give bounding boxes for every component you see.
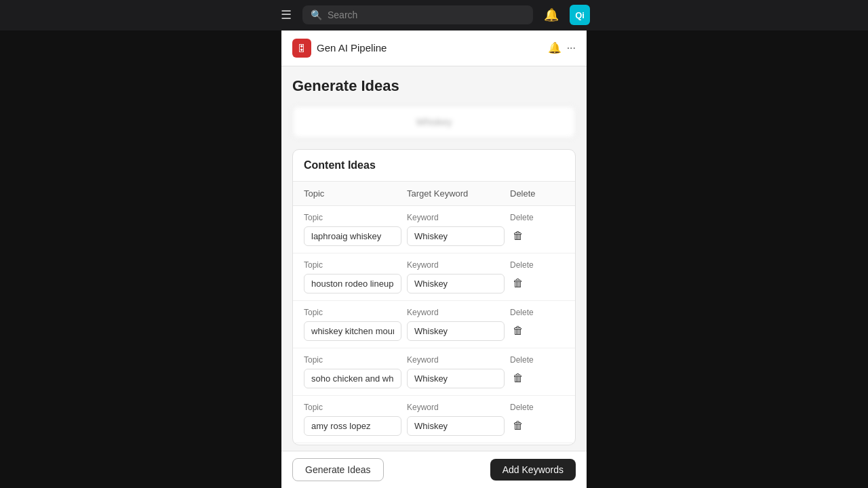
table-row: Topic Keyword Delete 🗑 (293, 396, 575, 443)
table-row: Topic Keyword Delete 🗑 (293, 348, 575, 396)
keyword-input-1[interactable] (407, 274, 505, 293)
table-row: Topic Keyword Delete 🗑 (293, 253, 575, 301)
keyword-input-0[interactable] (407, 226, 505, 246)
bottom-action-bar: Generate Ideas Add Keywords (281, 451, 587, 488)
keyword-label-1: Keyword (407, 260, 510, 270)
trash-icon-2: 🗑 (513, 325, 524, 337)
delete-button-1[interactable]: 🗑 (510, 274, 526, 292)
topic-label-3: Topic (304, 355, 407, 365)
app-wrapper: ☰ 🔍 🔔 Qi 🎛 Gen AI Pipeline 🔔 (0, 0, 868, 488)
panel-brand: 🎛 Gen AI Pipeline (292, 39, 387, 58)
topic-input-3[interactable] (304, 369, 401, 388)
main-panel: 🎛 Gen AI Pipeline 🔔 ··· Generate Ideas W… (281, 30, 587, 488)
add-keywords-button[interactable]: Add Keywords (490, 459, 576, 481)
content-ideas-card: Content Ideas Topic Target Keyword Delet… (292, 149, 576, 445)
delete-button-3[interactable]: 🗑 (510, 369, 526, 387)
search-bar-container: 🔍 (302, 5, 533, 24)
search-icon: 🔍 (311, 9, 322, 20)
table-header: Topic Target Keyword Delete (293, 182, 575, 206)
delete-area-2: 🗑 (510, 322, 564, 340)
blurred-input-area: Whiskey (292, 106, 576, 138)
notifications-button[interactable]: 🔔 (541, 5, 561, 25)
page-title: Generate Ideas (292, 77, 576, 95)
delete-area-1: 🗑 (510, 274, 564, 292)
keyword-input-2[interactable] (407, 321, 505, 341)
topic-label-0: Topic (304, 213, 407, 222)
keyword-label-4: Keyword (407, 403, 510, 412)
topic-input-0[interactable] (304, 226, 401, 246)
bell-icon: 🔔 (544, 8, 559, 22)
delete-area-3: 🗑 (510, 369, 564, 387)
panel-bell-icon: 🔔 (548, 42, 561, 54)
ellipsis-icon: ··· (567, 42, 576, 54)
delete-label-3: Delete (510, 355, 564, 365)
brand-icon: 🎛 (292, 39, 311, 58)
blurred-content: Whiskey (416, 117, 452, 127)
generate-ideas-button[interactable]: Generate Ideas (292, 458, 384, 481)
panel-more-button[interactable]: ··· (567, 42, 576, 54)
top-nav: ☰ 🔍 🔔 Qi (0, 0, 868, 30)
topic-input-4[interactable] (304, 416, 401, 436)
table-row: Topic Keyword Delete 🗑 (293, 206, 575, 253)
topic-input-1[interactable] (304, 274, 401, 293)
keyword-label-2: Keyword (407, 308, 510, 317)
delete-label-1: Delete (510, 260, 564, 270)
keyword-label-0: Keyword (407, 213, 510, 222)
delete-label-0: Delete (510, 213, 564, 222)
delete-label-4: Delete (510, 403, 564, 412)
topic-label-4: Topic (304, 403, 407, 412)
delete-button-4[interactable]: 🗑 (510, 417, 526, 434)
col-delete-header: Delete (510, 188, 564, 199)
trash-icon-3: 🗑 (513, 372, 524, 384)
panel-header: 🎛 Gen AI Pipeline 🔔 ··· (281, 30, 587, 66)
keyword-label-3: Keyword (407, 355, 510, 365)
delete-area-0: 🗑 (510, 227, 564, 245)
col-topic-header: Topic (304, 188, 407, 199)
delete-button-0[interactable]: 🗑 (510, 227, 526, 245)
table-row: Topic Keyword Delete 🗑 (293, 301, 575, 348)
page-title-area: Generate Ideas (281, 66, 587, 100)
content-ideas-header: Content Ideas (293, 150, 575, 182)
trash-icon-4: 🗑 (513, 420, 524, 432)
table-rows-container: Topic Keyword Delete 🗑 Topic Keyword Del… (293, 206, 575, 445)
delete-button-2[interactable]: 🗑 (510, 322, 526, 340)
topic-input-2[interactable] (304, 321, 401, 341)
hamburger-icon: ☰ (281, 7, 292, 22)
keyword-input-3[interactable] (407, 369, 505, 388)
table-row: Topic Keyword Delete 🗑 (293, 443, 575, 445)
keyword-input-4[interactable] (407, 416, 505, 436)
col-keyword-header: Target Keyword (407, 188, 510, 199)
hamburger-button[interactable]: ☰ (278, 5, 294, 25)
avatar[interactable]: Qi (570, 5, 590, 25)
search-input[interactable] (328, 9, 525, 20)
panel-header-actions: 🔔 ··· (548, 41, 576, 54)
brand-name: Gen AI Pipeline (317, 42, 387, 54)
top-nav-inner: ☰ 🔍 🔔 Qi (278, 5, 590, 25)
topic-label-2: Topic (304, 308, 407, 317)
trash-icon-0: 🗑 (513, 230, 524, 242)
delete-area-4: 🗑 (510, 417, 564, 434)
topic-label-1: Topic (304, 260, 407, 270)
panel-notifications-button[interactable]: 🔔 (548, 41, 561, 54)
trash-icon-1: 🗑 (513, 277, 524, 289)
delete-label-2: Delete (510, 308, 564, 317)
